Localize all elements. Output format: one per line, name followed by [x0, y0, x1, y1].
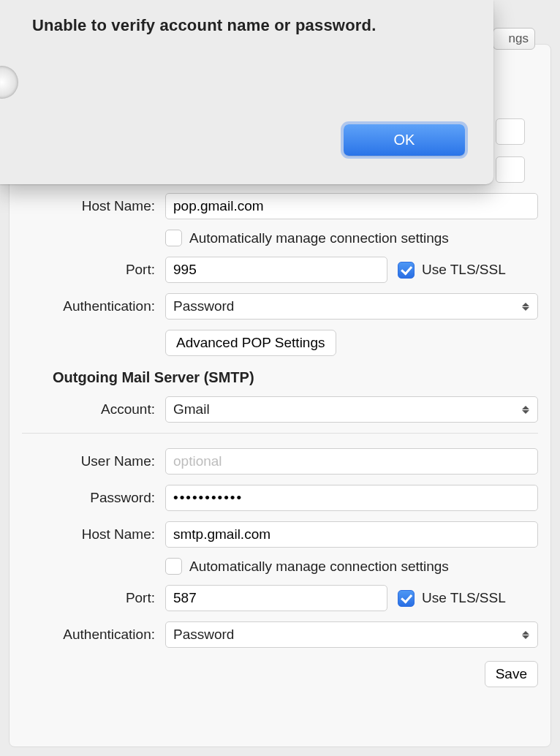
smtp-username-input[interactable] [165, 448, 538, 475]
tab-label-fragment: ngs [509, 31, 529, 46]
smtp-password-input[interactable] [165, 485, 538, 511]
smtp-auth-select[interactable]: Password [165, 621, 538, 648]
smtp-auto-manage-checkbox[interactable] [165, 558, 182, 575]
updown-caret-icon [520, 406, 531, 414]
incoming-host-label: Host Name: [22, 198, 165, 214]
smtp-section-title: Outgoing Mail Server (SMTP) [53, 369, 538, 386]
error-message: Unable to verify account name or passwor… [32, 16, 377, 35]
smtp-account-label: Account: [22, 401, 165, 417]
smtp-port-label: Port: [22, 590, 165, 606]
incoming-port-input[interactable] [165, 257, 387, 283]
obscured-field-1[interactable] [496, 118, 525, 145]
incoming-auth-label: Authentication: [22, 298, 165, 314]
incoming-tls-checkbox[interactable] [398, 262, 415, 279]
updown-caret-icon [520, 303, 531, 311]
smtp-port-input[interactable] [165, 585, 387, 611]
save-button[interactable]: Save [485, 661, 538, 687]
divider [22, 433, 538, 434]
updown-caret-icon [520, 631, 531, 639]
advanced-pop-button[interactable]: Advanced POP Settings [165, 330, 336, 356]
incoming-auth-select[interactable]: Password [165, 293, 538, 320]
smtp-host-label: Host Name: [22, 526, 165, 543]
incoming-auto-manage-label: Automatically manage connection settings [189, 230, 449, 246]
smtp-account-value: Gmail [173, 401, 210, 417]
smtp-auth-value: Password [173, 627, 234, 643]
smtp-username-label: User Name: [22, 453, 165, 469]
incoming-tls-label: Use TLS/SSL [422, 262, 506, 278]
incoming-auth-value: Password [173, 298, 234, 314]
smtp-tls-checkbox[interactable] [398, 590, 415, 607]
incoming-host-input[interactable] [165, 193, 538, 219]
smtp-tls-label: Use TLS/SSL [422, 590, 506, 606]
smtp-auth-label: Authentication: [22, 627, 165, 643]
smtp-account-select[interactable]: Gmail [165, 396, 538, 423]
obscured-field-2[interactable] [496, 156, 525, 183]
smtp-auto-manage-label: Automatically manage connection settings [189, 559, 449, 575]
error-sheet: Unable to verify account name or passwor… [0, 0, 493, 184]
server-settings-tab[interactable]: ngs [493, 28, 535, 50]
incoming-auto-manage-checkbox[interactable] [165, 230, 182, 246]
smtp-password-label: Password: [22, 490, 165, 506]
ok-button[interactable]: OK [344, 124, 465, 156]
incoming-port-label: Port: [22, 262, 165, 278]
smtp-host-input[interactable] [165, 521, 538, 548]
